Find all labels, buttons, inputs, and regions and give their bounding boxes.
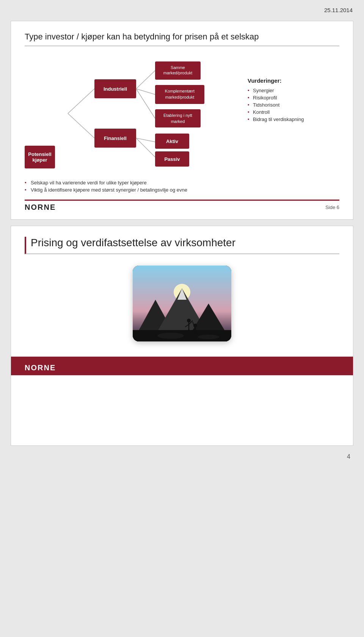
svg-line-0 [68, 89, 94, 113]
svg-line-8 [136, 89, 155, 118]
svg-point-31 [187, 319, 191, 322]
bullet-2: Viktig å identifisere kjøpere med størst… [25, 186, 339, 193]
svg-text:Finansiell: Finansiell [104, 135, 127, 141]
svg-text:Aktiv: Aktiv [166, 138, 179, 144]
list-item: Risikoprofil [248, 94, 323, 101]
svg-point-44 [198, 335, 219, 339]
diagram-svg: Industriell Finansiell Samme marked/prod… [64, 55, 231, 174]
page-number-text: 4 [347, 453, 350, 460]
bullet-points: Selskap vil ha varierende verdi for ulik… [25, 179, 339, 193]
vurderinger-section: Vurderinger: Synergier Risikoprofil Tids… [248, 77, 323, 123]
mountain-svg [133, 266, 231, 341]
svg-rect-14 [155, 85, 204, 104]
list-item: Synergier [248, 87, 323, 94]
slide-2-title: Prising og verdifastsettelse av virksomh… [25, 237, 339, 254]
slide-number: Side 6 [325, 204, 339, 210]
date-text: 25.11.2014 [324, 7, 353, 13]
left-label-container: Potensiellkjøper [25, 96, 55, 168]
norne-logo-text-1: NORNE [25, 203, 56, 211]
slide-1-footer: NORNE Side 6 [25, 200, 339, 212]
svg-line-6 [136, 71, 155, 89]
vurderinger-title: Vurderinger: [248, 77, 323, 84]
list-item: Bidrag til verdiskapning [248, 116, 323, 123]
svg-point-43 [157, 333, 184, 339]
vurderinger-list: Synergier Risikoprofil Tidshorisont Kont… [248, 87, 323, 123]
svg-text:marked: marked [171, 119, 185, 124]
diagram-wrapper: Potensiellkjøper Industriell Finansiell [25, 55, 339, 174]
svg-rect-17 [155, 109, 201, 127]
date-header: 25.11.2014 [0, 0, 364, 17]
norne-logo-1: NORNE [25, 203, 56, 212]
diagram-svg-element: Industriell Finansiell Samme marked/prod… [64, 55, 208, 172]
slide-2-image-area [25, 266, 339, 341]
slide-2-footer: NORNE [11, 357, 353, 375]
norne-logo-text-2: NORNE [25, 363, 56, 372]
potensiell-kjoper-label: Potensiellkjøper [25, 146, 55, 168]
page-number-footer: 4 [0, 450, 364, 464]
slide-2: Prising og verdifastsettelse av virksomh… [11, 226, 353, 446]
bullet-1: Selskap vil ha varierende verdi for ulik… [25, 179, 339, 186]
list-item: Kontroll [248, 109, 323, 116]
svg-line-10 [136, 138, 155, 157]
slide-1-title: Type investor / kjøper kan ha betydning … [25, 32, 339, 46]
svg-text:Industriell: Industriell [104, 86, 127, 92]
list-item: Tidshorisont [248, 101, 323, 109]
svg-text:marked/produkt: marked/produkt [163, 71, 192, 75]
norne-logo-2: NORNE [25, 360, 56, 375]
mountain-image [133, 266, 231, 341]
slide-1: Type investor / kjøper kan ha betydning … [11, 21, 353, 220]
svg-text:Komplementært: Komplementært [165, 89, 195, 93]
svg-text:Passiv: Passiv [164, 156, 180, 162]
svg-text:Etablering i nytt: Etablering i nytt [163, 113, 192, 118]
svg-line-1 [68, 113, 94, 138]
svg-text:marked/produkt: marked/produkt [165, 95, 194, 99]
svg-text:Samme: Samme [171, 65, 185, 70]
